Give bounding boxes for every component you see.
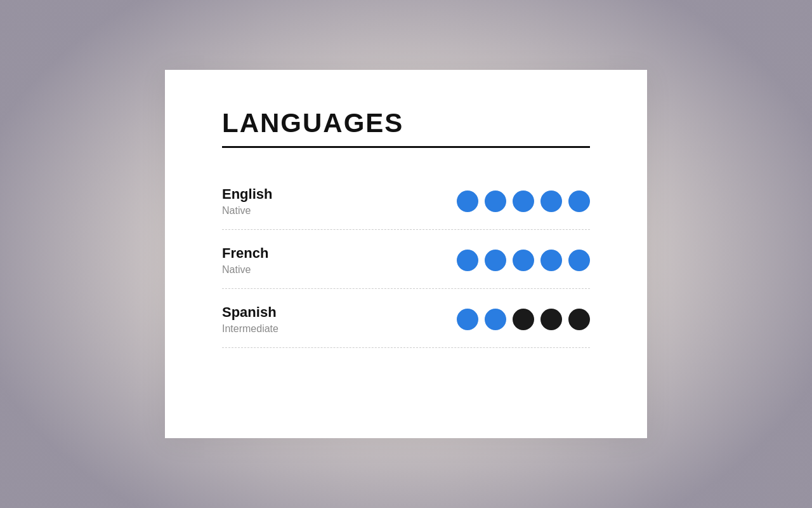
dot-english-4 <box>540 190 562 212</box>
language-level-french: Native <box>222 264 268 276</box>
dots-english <box>457 190 590 212</box>
title-underline <box>222 146 590 148</box>
dots-french <box>457 250 590 271</box>
language-info-english: English Native <box>222 186 272 217</box>
dot-spanish-3 <box>513 309 534 330</box>
language-name-english: English <box>222 186 272 203</box>
divider-3 <box>222 347 590 348</box>
dot-french-3 <box>513 250 534 271</box>
dot-french-1 <box>457 250 478 271</box>
language-level-spanish: Intermediate <box>222 323 278 335</box>
language-item-english: English Native <box>222 171 590 229</box>
language-info-spanish: Spanish Intermediate <box>222 304 278 335</box>
language-level-english: Native <box>222 205 272 217</box>
language-name-french: French <box>222 245 268 262</box>
dot-english-5 <box>568 190 590 212</box>
dot-french-2 <box>485 250 506 271</box>
dot-english-2 <box>485 190 506 212</box>
section-title: LANGUAGES <box>222 108 590 138</box>
dot-french-5 <box>568 250 590 271</box>
language-item-spanish: Spanish Intermediate <box>222 289 590 347</box>
language-name-spanish: Spanish <box>222 304 278 321</box>
dot-spanish-2 <box>485 309 506 330</box>
dot-spanish-5 <box>568 309 590 330</box>
dots-spanish <box>457 309 590 330</box>
dot-spanish-4 <box>540 309 562 330</box>
language-info-french: French Native <box>222 245 268 276</box>
dot-french-4 <box>540 250 562 271</box>
dot-english-1 <box>457 190 478 212</box>
language-item-french: French Native <box>222 230 590 288</box>
languages-card: LANGUAGES English Native French Native <box>165 70 647 438</box>
dot-english-3 <box>513 190 534 212</box>
dot-spanish-1 <box>457 309 478 330</box>
